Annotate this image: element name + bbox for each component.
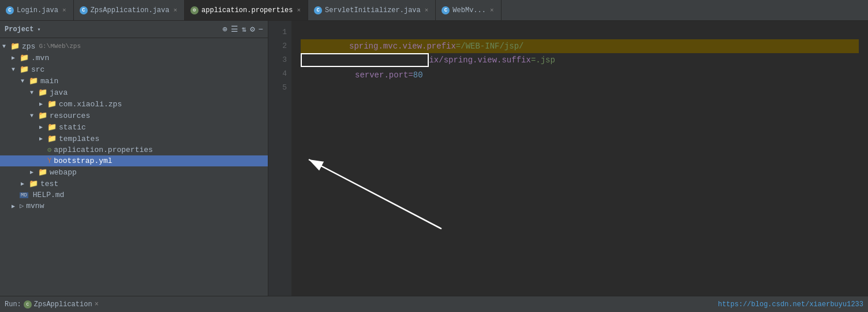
tree-item-label: com.xiaoli.zps [59,100,122,109]
java-icon: C [80,6,88,14]
scroll-icon[interactable]: ⇅ [242,24,246,34]
tree-item-mvn[interactable]: 📁 .mvn [0,52,268,64]
code-line-5 [301,107,859,121]
tab-close-icon[interactable]: × [424,6,430,14]
folder-icon: 📁 [10,42,20,51]
tree-item-help-md[interactable]: MD HELP.md [0,190,268,200]
folder-blue-icon: 📁 [38,88,47,97]
tree-item-java[interactable]: 📁 java [0,87,268,98]
code-area[interactable]: spring.mvc.view.prefix=/WEB-INF/jsp/ spr… [291,21,868,296]
code-line-1: spring.mvc.view.prefix=/WEB-INF/jsp/ [301,25,859,39]
sidebar-toolbar: ⊕ ☰ ⇅ ⚙ − [222,24,263,34]
tree-item-label: templates [59,135,99,143]
project-title: Project ▾ [5,25,40,34]
tree-item-label: HELP.md [33,191,65,199]
expand-arrow-icon [12,203,18,210]
tree-item-label: mvnw [26,202,44,210]
java-icon: C [442,6,450,14]
code-line-3: server.port=80 [301,53,429,67]
tree-item-label: zps [22,42,35,51]
tree-item-path: G:\MWeb\zps [39,43,81,50]
app-icon: ⚙ [190,6,199,14]
tab-close-icon[interactable]: × [172,6,178,14]
editor-area: 1 2 3 4 5 spring.mvc.view.prefix=/WEB-IN… [268,21,868,296]
gear-file-icon: ⚙ [47,146,51,154]
tab-close-icon[interactable]: × [296,6,302,14]
tab-label: WebMv... [452,6,486,14]
code-val: =.jsp [531,55,555,65]
folder-blue-icon: 📁 [38,168,47,177]
expand-arrow-icon [2,43,9,50]
code-key: server.port= [355,70,413,80]
tree-item-label: application.properties [54,146,153,154]
sidebar: Project ▾ ⊕ ☰ ⇅ ⚙ − 📁 zps G:\MWeb\zps [0,21,268,296]
expand-arrow-icon [30,113,37,119]
tree-item-application-properties[interactable]: ⚙ application.properties [0,144,268,155]
run-app-label[interactable]: ZpsApplication [34,300,92,309]
line-numbers: 1 2 3 4 5 [268,21,291,296]
tab-label: ServletInitializer.java [325,6,421,14]
main-content: Project ▾ ⊕ ☰ ⇅ ⚙ − 📁 zps G:\MWeb\zps [0,21,868,296]
file-tree: 📁 zps G:\MWeb\zps 📁 .mvn 📁 src 📁 main [0,38,268,296]
tab-webmv[interactable]: C WebMv... × [436,0,501,20]
code-key: spring.mvc.view.prefix [349,42,456,51]
tab-label: application.properties [201,6,293,14]
expand-arrow-icon [39,135,46,142]
tree-item-com-xiaoli-zps[interactable]: 📁 com.xiaoli.zps [0,98,268,110]
tree-item-templates[interactable]: 📁 templates [0,133,268,144]
md-file-icon: MD [20,192,28,198]
folder-icon: 📁 [29,76,38,86]
tab-servlet-initializer[interactable]: C ServletInitializer.java × [308,0,436,20]
tab-application-properties[interactable]: ⚙ application.properties × [185,0,308,20]
tree-item-static[interactable]: 📁 static [0,121,268,133]
tab-close-icon[interactable]: × [61,6,68,14]
tree-item-bootstrap-yml[interactable]: Y bootstrap.yml [0,155,268,166]
expand-arrow-icon [39,101,46,107]
folder-icon: 📁 [20,53,29,62]
tree-item-label: main [40,77,58,86]
tab-zps-application[interactable]: C ZpsApplication.java × [74,0,185,20]
circle-plus-icon[interactable]: ⊕ [222,24,227,34]
expand-arrow-icon [30,169,37,176]
tree-item-resources[interactable]: 📁 resources [0,110,268,121]
expand-arrow-icon [39,124,46,131]
folder-icon: 📁 [47,134,57,143]
run-label: Run: [5,300,21,309]
tree-item-label: src [31,65,44,74]
editor-content: 1 2 3 4 5 spring.mvc.view.prefix=/WEB-IN… [268,21,868,296]
expand-arrow-icon [12,66,18,73]
status-url[interactable]: https://blog.csdn.net/xiaerbuyu1233 [718,300,863,309]
annotation-arrow [291,136,465,252]
run-close-icon[interactable]: × [95,300,99,309]
tree-item-zps[interactable]: 📁 zps G:\MWeb\zps [0,40,268,52]
gear-icon[interactable]: ⚙ [250,24,255,34]
tab-login-java[interactable]: C Login.java × [0,0,74,20]
status-bar: Run: C ZpsApplication × https://blog.csd… [0,296,868,312]
dropdown-arrow-icon[interactable]: ▾ [37,26,40,33]
tree-item-mvnw[interactable]: ▷ mvnw [0,200,268,211]
mvnw-file-icon: ▷ [20,202,24,210]
tree-item-test[interactable]: 📁 test [0,178,268,190]
run-icon: C [24,300,32,309]
expand-arrow-icon [30,90,37,96]
tree-item-label: resources [50,112,90,120]
tab-label: Login.java [17,6,58,14]
java-icon: C [6,6,14,14]
tab-close-icon[interactable]: × [489,6,495,14]
code-num: 80 [413,70,423,80]
tree-item-src[interactable]: 📁 src [0,64,268,75]
folder-icon: 📁 [29,179,38,188]
tree-item-label: bootstrap.yml [54,157,112,165]
yml-file-icon: Y [47,157,51,165]
expand-arrow-icon [12,54,18,61]
align-center-icon[interactable]: ☰ [231,24,238,34]
tree-item-label: .mvn [31,54,49,62]
folder-icon: 📁 [20,65,29,74]
expand-arrow-icon [21,78,28,84]
tree-item-webapp[interactable]: 📁 webapp [0,166,268,178]
svg-line-1 [309,159,442,229]
minimize-icon[interactable]: − [259,25,263,34]
folder-blue-icon: 📁 [47,99,57,109]
code-val: =/WEB-INF/jsp/ [456,42,524,51]
tree-item-main[interactable]: 📁 main [0,75,268,87]
